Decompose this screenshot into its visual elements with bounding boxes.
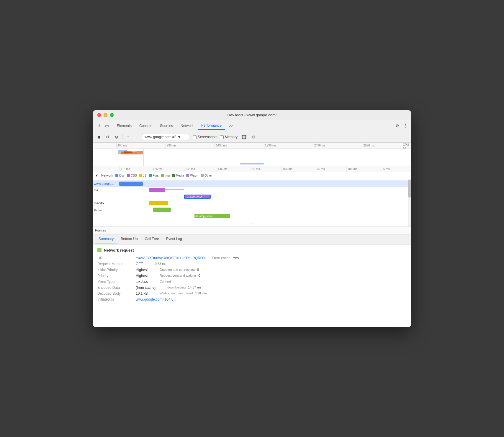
legend-js-label: JS (143, 174, 147, 177)
detail-row-mime: Mime Type text/css Content (97, 280, 407, 284)
nt-mark-8: 186 ms (346, 166, 379, 172)
detail-row-encoded: Encoded Data (from cache) downloading 14… (97, 286, 407, 290)
timeline-mark-1: 496 ms (116, 143, 166, 148)
timing-label-6: Waiting on main thread (160, 291, 193, 296)
nt-mark-2: 126 ms (152, 166, 184, 172)
timeline-area: 496 ms 996 ms 1496 ms 1996 ms 2496 ms 29… (93, 143, 411, 166)
net-row-3[interactable]: rs=AA2YrTtu6... (93, 193, 411, 200)
url-selector[interactable]: www.google.com #2 ▼ (142, 134, 189, 140)
timing-label-4: Content (160, 280, 171, 284)
filter-icon[interactable]: 🔲 (240, 133, 248, 141)
nt-mark-9: 196 ms (379, 166, 411, 172)
nt-mark-5: 156 ms (249, 166, 282, 172)
summary-tab-eventlog[interactable]: Event Log (163, 234, 186, 244)
screenshots-checkbox[interactable]: Screenshots (193, 135, 217, 139)
tab-bar-right: ⚙ ⋮ (394, 122, 409, 129)
timeline-mark-5: 2496 ms (313, 143, 362, 148)
upload-button[interactable]: ↑ (124, 133, 132, 141)
net-row-label-2: m=... (93, 188, 119, 192)
detail-icon (97, 248, 102, 252)
detail-val-url[interactable]: rs=AA2YrTtu68wU8rQSEu1zLoTY...RQROYibAg.… (136, 256, 210, 260)
tab-sources[interactable]: Sources (156, 122, 176, 130)
detail-key-initiated: Initiated by (97, 297, 136, 301)
maximize-button[interactable] (110, 113, 114, 117)
detail-val-method: GET (136, 262, 143, 266)
device-icon[interactable]: ▭ (103, 122, 110, 129)
detail-row-url: URL rs=AA2YrTtu68wU8rQSEu1zLoTY...RQROYi… (97, 256, 407, 260)
net-row-bars-1 (119, 181, 411, 186)
wasm-color (186, 174, 189, 177)
screenshots-label: Screenshots (198, 135, 217, 139)
net-row-label-4: m=cdo... (93, 201, 119, 205)
css-color (127, 174, 130, 177)
net-row-6[interactable]: desktop_searc... (93, 213, 411, 219)
nt-mark-7: 176 ms (314, 166, 346, 172)
nt-mark-3: 136 ms (184, 166, 217, 172)
media-color (172, 174, 175, 177)
legend-wasm-label: Wasm (190, 174, 198, 177)
tab-console[interactable]: Console (136, 122, 156, 130)
timing-label-3: Request sent and waiting (160, 274, 196, 278)
summary-tab-summary[interactable]: Summary (95, 234, 117, 244)
legend-img-label: Img (165, 174, 170, 177)
network-ruler-spacer (93, 166, 119, 172)
screenshots-input[interactable] (193, 135, 197, 139)
clear-button[interactable]: ⊘ (113, 133, 120, 141)
legend-css-label: CSS (131, 174, 137, 177)
legend-media: Media (172, 174, 184, 177)
timing-label-1: 0.68 ms (155, 262, 166, 266)
detail-key-url: URL (97, 256, 136, 260)
from-cache-label: From cache (212, 256, 230, 260)
tab-bar: ⠿ ▭ Elements Console Sources Network Per… (93, 120, 411, 132)
scrollbar-thumb[interactable] (408, 180, 411, 198)
timeline-bars[interactable]: ⏸ ⏸ (93, 149, 411, 166)
net-row-2[interactable]: m=... (93, 187, 411, 193)
devtools-window: DevTools - www.google.com/ ⠿ ▭ Elements … (93, 110, 411, 327)
tab-more[interactable]: >> (226, 122, 237, 130)
minimize-button[interactable] (104, 113, 107, 117)
scrollbar[interactable] (408, 179, 411, 226)
record-button[interactable]: ⏺ (95, 133, 103, 141)
legend-doc-label: Doc (119, 174, 125, 177)
detail-title-text: Network request (104, 248, 134, 252)
nt-mark-4: 146 ms (217, 166, 249, 172)
memory-checkbox[interactable]: Memory (220, 135, 238, 139)
legend-js: JS (139, 174, 147, 177)
summary-tabs: Summary Bottom-Up Call Tree Event Log (93, 234, 411, 244)
net-row-1[interactable]: www.google... (93, 180, 411, 187)
net-row-label-1: www.google... (93, 182, 119, 185)
tab-network[interactable]: Network (177, 122, 197, 130)
close-button[interactable] (97, 113, 101, 117)
title-bar: DevTools - www.google.com/ (93, 110, 411, 120)
cursor-icon[interactable]: ⠿ (95, 122, 102, 129)
img-color (161, 174, 164, 177)
legend-other-label: Other (204, 174, 212, 177)
detail-val-initiated[interactable]: www.google.com/:104:6... (136, 297, 176, 301)
detail-key-priority: Initial Priority (97, 268, 136, 272)
memory-input[interactable] (220, 135, 224, 139)
settings-icon[interactable]: ⚙ (394, 122, 401, 129)
frames-row: Frames (93, 226, 411, 234)
download-button[interactable]: ↓ (133, 133, 141, 141)
legend-font-label: Font (153, 174, 158, 177)
overflow-icon[interactable]: ⋮ (402, 122, 409, 129)
net-row-5[interactable]: pari... (93, 206, 411, 213)
legend-css: CSS (127, 174, 137, 177)
summary-tab-calltree[interactable]: Call Tree (141, 234, 163, 244)
reload-button[interactable]: ↺ (104, 133, 112, 141)
toolbar-settings-icon[interactable]: ⚙ (250, 133, 258, 141)
timing-label-2: Queuing and connecting (160, 268, 195, 272)
doc-color (115, 174, 118, 177)
toolbar: ⏺ ↺ ⊘ ↑ ↓ www.google.com #2 ▼ Screenshot… (93, 132, 411, 143)
tab-performance[interactable]: Performance (198, 122, 225, 130)
tab-elements[interactable]: Elements (113, 122, 135, 130)
summary-tab-bottomup[interactable]: Bottom-Up (117, 234, 141, 244)
net-row-bars-2 (119, 187, 411, 193)
detail-val-priority2: Highest (136, 274, 148, 278)
other-color (201, 174, 204, 177)
timeline-mark-4: 1996 ms (264, 143, 313, 148)
net-row-4[interactable]: m=cdo... (93, 200, 411, 206)
detail-key-priority2: Priority (97, 274, 136, 278)
nt-mark-1: 116 ms (119, 166, 152, 172)
nt-mark-6: 166 ms (282, 166, 314, 172)
